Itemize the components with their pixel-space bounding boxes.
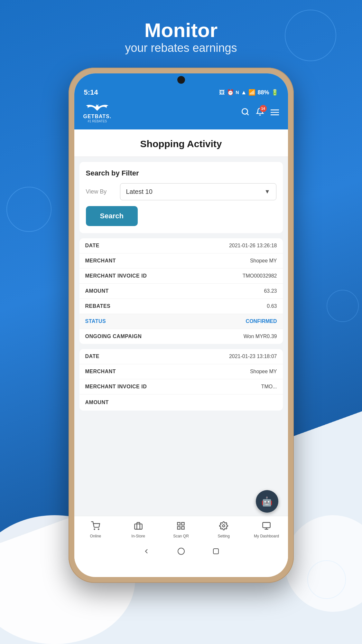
camera-status-icon: 🖼 — [219, 89, 225, 96]
merchant-label-1: MERCHANT — [85, 258, 116, 264]
chatbot-button[interactable]: 🤖 — [256, 490, 278, 513]
monitor-title: Monitor — [125, 19, 237, 41]
amount-label-1: AMOUNT — [85, 288, 109, 294]
android-recents-btn[interactable] — [211, 547, 220, 556]
table-row: AMOUNT — [79, 394, 283, 411]
scanqr-label: Scan QR — [173, 534, 189, 538]
amount-value-1: 63.23 — [264, 288, 277, 294]
merchant-value-1: Shopee MY — [250, 258, 277, 264]
main-content: Shopping Activity Search by Filter View … — [74, 129, 288, 516]
table-row: REBATES 0.63 — [79, 299, 283, 314]
svg-rect-9 — [178, 523, 180, 525]
bottom-nav: Online In-Store Scan QR — [74, 516, 288, 542]
logo-text: GETBATS. — [83, 114, 112, 119]
dropdown-arrow-icon: ▼ — [265, 188, 270, 195]
svg-point-6 — [94, 529, 95, 530]
battery-icon: 🔋 — [271, 89, 278, 96]
nav-item-dashboard[interactable]: My Dashboard — [245, 519, 288, 540]
bg-white-blob-right — [285, 515, 362, 612]
svg-point-0 — [96, 106, 99, 108]
rebates-label-1: REBATES — [85, 303, 111, 309]
svg-rect-14 — [263, 523, 270, 528]
filter-title: Search by Filter — [86, 169, 276, 177]
setting-label: Setting — [218, 534, 230, 538]
filter-row: View By Latest 10 ▼ — [86, 183, 276, 200]
date-value-1: 2021-01-26 13:26:18 — [229, 243, 277, 249]
nav-item-setting[interactable]: Setting — [202, 519, 245, 540]
page-title: Shopping Activity — [81, 138, 282, 149]
wifi-icon: 📶 — [248, 89, 255, 96]
status-time: 5:14 — [84, 88, 98, 97]
phone-inner: 5:14 🖼 ⏰ N ▲ 📶 88% 🔋 GETBATS. — [74, 73, 288, 577]
header-icons: 14 — [241, 108, 279, 118]
android-nav — [74, 542, 288, 562]
battery-level: 88% — [257, 89, 269, 96]
android-home-btn[interactable] — [177, 547, 186, 556]
table-row: AMOUNT 63.23 — [79, 284, 283, 299]
table-row: ONGOING CAMPAIGN Won MYR0.39 — [79, 329, 283, 344]
notification-icon[interactable]: 14 — [256, 108, 264, 118]
svg-point-17 — [178, 548, 184, 554]
instore-label: In-Store — [131, 534, 145, 538]
scanqr-icon — [176, 521, 185, 533]
svg-rect-18 — [213, 549, 218, 554]
page-header: Monitor your rebates earnings — [125, 19, 237, 55]
view-by-select[interactable]: Latest 10 ▼ — [120, 183, 276, 200]
nav-item-online[interactable]: Online — [74, 519, 117, 540]
app-header: GETBATS. #1 REBATES 14 — [74, 99, 288, 129]
filter-section: Search by Filter View By Latest 10 ▼ Sea… — [79, 162, 283, 233]
svg-point-13 — [223, 525, 225, 527]
monitor-subtitle: your rebates earnings — [125, 41, 237, 55]
table-row: DATE 2021-01-23 13:18:07 — [79, 349, 283, 364]
setting-icon — [219, 521, 228, 533]
signal-icon: ▲ — [241, 89, 247, 96]
record-card-2: DATE 2021-01-23 13:18:07 MERCHANT Shopee… — [79, 349, 283, 411]
svg-line-2 — [247, 113, 248, 115]
menu-icon[interactable] — [271, 108, 279, 118]
table-row: STATUS CONFIRMED — [79, 314, 283, 329]
merchant-label-2: MERCHANT — [85, 369, 116, 374]
rebates-value-1: 0.63 — [267, 303, 277, 309]
svg-point-7 — [98, 529, 99, 530]
merchant-value-2: Shopee MY — [250, 369, 277, 374]
status-bar: 5:14 🖼 ⏰ N ▲ 📶 88% 🔋 — [74, 84, 288, 99]
nav-item-scanqr[interactable]: Scan QR — [160, 519, 202, 540]
invoice-label-1: MERCHANT INVOICE ID — [85, 273, 147, 279]
invoice-value-2: TMO... — [261, 384, 277, 390]
online-label: Online — [90, 534, 101, 538]
campaign-value-1: Won MYR0.39 — [244, 334, 277, 339]
svg-rect-10 — [182, 523, 184, 525]
view-by-label: View By — [86, 188, 115, 195]
bg-circle-left — [6, 187, 51, 232]
svg-rect-8 — [135, 524, 142, 529]
table-row: MERCHANT Shopee MY — [79, 364, 283, 379]
status-icons: 🖼 ⏰ N ▲ 📶 88% 🔋 — [219, 89, 278, 96]
alarm-icon: ⏰ — [227, 89, 234, 96]
search-button[interactable]: Search — [86, 206, 138, 226]
campaign-label-1: ONGOING CAMPAIGN — [85, 334, 142, 339]
notification-badge: 14 — [260, 105, 267, 112]
logo-area: GETBATS. #1 REBATES — [83, 102, 112, 123]
camera-notch — [177, 76, 185, 84]
nfc-icon: N — [236, 90, 239, 95]
search-icon[interactable] — [241, 108, 249, 118]
dashboard-label: My Dashboard — [254, 534, 279, 538]
date-label-1: DATE — [85, 243, 99, 249]
invoice-value-1: TMO00032982 — [243, 273, 277, 279]
instore-icon — [134, 521, 143, 533]
table-row: MERCHANT INVOICE ID TMO... — [79, 379, 283, 394]
table-row: MERCHANT Shopee MY — [79, 253, 283, 269]
status-label-1: STATUS — [85, 318, 106, 324]
invoice-label-2: MERCHANT INVOICE ID — [85, 384, 147, 390]
table-row: MERCHANT INVOICE ID TMO00032982 — [79, 269, 283, 284]
nav-item-instore[interactable]: In-Store — [117, 519, 160, 540]
filter-select-wrapper: Latest 10 ▼ — [120, 183, 276, 200]
page-title-bar: Shopping Activity — [74, 129, 288, 157]
android-back-btn[interactable] — [142, 547, 151, 556]
status-value-1: CONFIRMED — [246, 318, 277, 324]
svg-rect-11 — [178, 527, 180, 529]
online-icon — [91, 521, 100, 533]
bg-circle-top-right — [285, 10, 336, 61]
view-by-value: Latest 10 — [126, 188, 153, 195]
date-label-2: DATE — [85, 354, 99, 359]
